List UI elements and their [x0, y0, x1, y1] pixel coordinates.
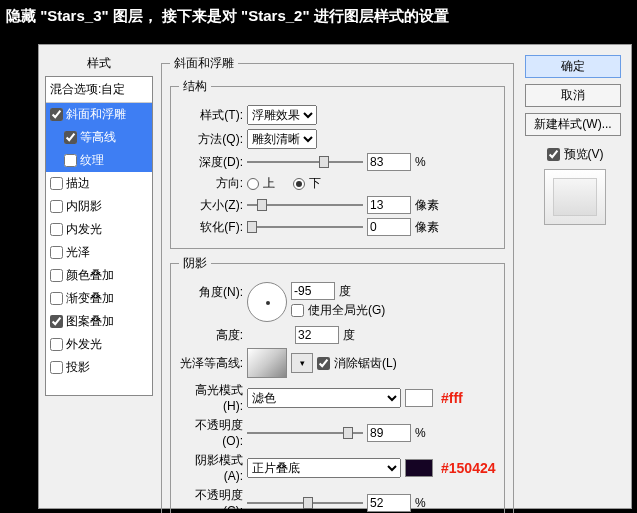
cancel-button[interactable]: 取消: [525, 84, 621, 107]
shadow-mode-label: 阴影模式(A):: [179, 452, 243, 483]
highlight-opacity-input[interactable]: [367, 424, 411, 442]
preview-swatch: [544, 169, 606, 225]
effect-row-5[interactable]: 内发光: [46, 218, 152, 241]
effect-row-3[interactable]: 描边: [46, 172, 152, 195]
direction-label: 方向:: [179, 175, 243, 192]
effect-row-8[interactable]: 渐变叠加: [46, 287, 152, 310]
deg-unit: 度: [339, 283, 351, 300]
dir-up-radio[interactable]: [247, 178, 259, 190]
effect-checkbox[interactable]: [50, 361, 63, 374]
technique-label: 方法(Q):: [179, 131, 243, 148]
highlight-mode-select[interactable]: 滤色: [247, 388, 401, 408]
effect-checkbox[interactable]: [50, 177, 63, 190]
highlight-color-hex: #fff: [441, 390, 463, 406]
size-input[interactable]: [367, 196, 411, 214]
shadow-color-swatch[interactable]: [405, 459, 433, 477]
effect-checkbox[interactable]: [50, 223, 63, 236]
antialias-checkbox[interactable]: [317, 357, 330, 370]
effect-checkbox[interactable]: [50, 315, 63, 328]
new-style-button[interactable]: 新建样式(W)...: [525, 113, 621, 136]
shadow-color-hex: #150424: [441, 460, 496, 476]
effect-label: 等高线: [80, 129, 116, 146]
altitude-label: 高度:: [179, 327, 243, 344]
dir-down-radio[interactable]: [293, 178, 305, 190]
effect-row-0[interactable]: 斜面和浮雕: [46, 103, 152, 126]
gloss-contour[interactable]: [247, 348, 287, 378]
dir-down-text: 下: [309, 175, 321, 192]
depth-label: 深度(D):: [179, 154, 243, 171]
dialog-buttons: 确定 取消 新建样式(W)... 预览(V): [525, 55, 625, 225]
bevel-fieldset: 斜面和浮雕 结构 样式(T): 浮雕效果 方法(Q): 雕刻清晰 深度(D): …: [161, 55, 514, 513]
bevel-settings: 斜面和浮雕 结构 样式(T): 浮雕效果 方法(Q): 雕刻清晰 深度(D): …: [161, 55, 513, 513]
effect-checkbox[interactable]: [50, 269, 63, 282]
effect-row-11[interactable]: 投影: [46, 356, 152, 379]
bevel-legend: 斜面和浮雕: [170, 55, 238, 72]
shading-fieldset: 阴影 角度(N): 度 使用全局光(G): [170, 255, 505, 513]
size-slider[interactable]: [247, 198, 363, 212]
angle-control[interactable]: [247, 282, 287, 322]
soften-slider[interactable]: [247, 220, 363, 234]
style-label: 样式(T):: [179, 107, 243, 124]
dir-up-text: 上: [263, 175, 275, 192]
highlight-color-swatch[interactable]: [405, 389, 433, 407]
effect-checkbox[interactable]: [50, 108, 63, 121]
ok-button[interactable]: 确定: [525, 55, 621, 78]
px-unit2: 像素: [415, 219, 439, 236]
structure-fieldset: 结构 样式(T): 浮雕效果 方法(Q): 雕刻清晰 深度(D): % 方向:: [170, 78, 505, 249]
styles-title: 样式: [45, 55, 153, 72]
technique-select[interactable]: 雕刻清晰: [247, 129, 317, 149]
soften-label: 软化(F):: [179, 219, 243, 236]
effect-label: 斜面和浮雕: [66, 106, 126, 123]
angle-input[interactable]: [291, 282, 335, 300]
effect-row-1[interactable]: 等高线: [46, 126, 152, 149]
effect-checkbox[interactable]: [64, 131, 77, 144]
effect-label: 颜色叠加: [66, 267, 114, 284]
effect-checkbox[interactable]: [50, 292, 63, 305]
highlight-opacity-label: 不透明度(O):: [179, 417, 243, 448]
effect-label: 纹理: [80, 152, 104, 169]
effect-label: 投影: [66, 359, 90, 376]
highlight-opacity-slider[interactable]: [247, 426, 363, 440]
global-light-checkbox[interactable]: [291, 304, 304, 317]
effect-checkbox[interactable]: [64, 154, 77, 167]
shadow-mode-select[interactable]: 正片叠底: [247, 458, 401, 478]
depth-slider[interactable]: [247, 155, 363, 169]
depth-input[interactable]: [367, 153, 411, 171]
effect-label: 渐变叠加: [66, 290, 114, 307]
gloss-label: 光泽等高线:: [179, 355, 243, 372]
shadow-opacity-input[interactable]: [367, 494, 411, 512]
gloss-dropdown[interactable]: ▾: [291, 353, 313, 373]
preview-checkbox[interactable]: [547, 148, 560, 161]
effect-label: 内阴影: [66, 198, 102, 215]
effect-label: 描边: [66, 175, 90, 192]
effect-row-2[interactable]: 纹理: [46, 149, 152, 172]
effect-label: 图案叠加: [66, 313, 114, 330]
altitude-input[interactable]: [295, 326, 339, 344]
effect-label: 光泽: [66, 244, 90, 261]
effect-row-7[interactable]: 颜色叠加: [46, 264, 152, 287]
angle-label: 角度(N):: [179, 284, 243, 301]
effect-label: 内发光: [66, 221, 102, 238]
structure-legend: 结构: [179, 78, 211, 95]
shadow-opacity-label: 不透明度(C):: [179, 487, 243, 513]
pct3: %: [415, 496, 426, 510]
style-select[interactable]: 浮雕效果: [247, 105, 317, 125]
effect-row-6[interactable]: 光泽: [46, 241, 152, 264]
effect-row-10[interactable]: 外发光: [46, 333, 152, 356]
effect-checkbox[interactable]: [50, 338, 63, 351]
size-label: 大小(Z):: [179, 197, 243, 214]
pct2: %: [415, 426, 426, 440]
effect-label: 外发光: [66, 336, 102, 353]
antialias-label: 消除锯齿(L): [334, 355, 397, 372]
effect-checkbox[interactable]: [50, 246, 63, 259]
soften-input[interactable]: [367, 218, 411, 236]
effect-checkbox[interactable]: [50, 200, 63, 213]
shadow-opacity-slider[interactable]: [247, 496, 363, 510]
styles-panel: 样式 混合选项:自定 斜面和浮雕等高线纹理描边内阴影内发光光泽颜色叠加渐变叠加图…: [45, 55, 153, 396]
effect-row-9[interactable]: 图案叠加: [46, 310, 152, 333]
blending-options-row[interactable]: 混合选项:自定: [46, 77, 152, 103]
pct-unit: %: [415, 155, 426, 169]
effect-row-4[interactable]: 内阴影: [46, 195, 152, 218]
highlight-mode-label: 高光模式(H):: [179, 382, 243, 413]
px-unit: 像素: [415, 197, 439, 214]
